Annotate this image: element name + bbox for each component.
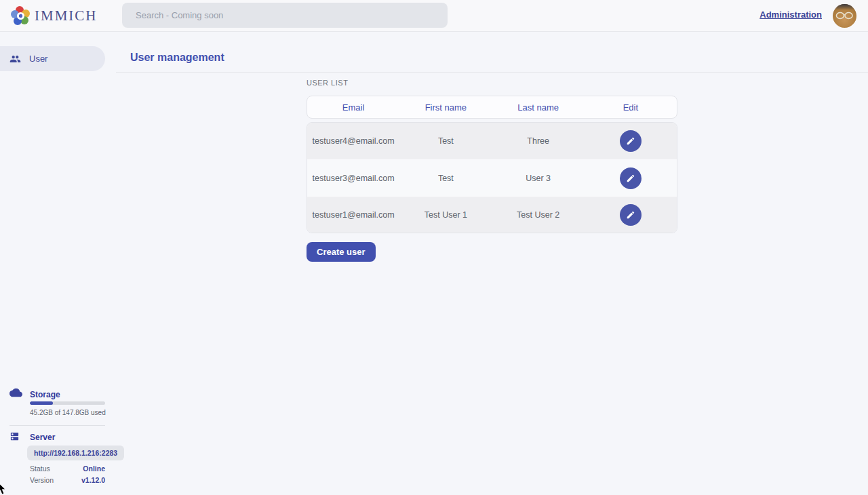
- pencil-icon: [626, 210, 635, 220]
- table-row: testuser3@email.com Test User 3: [307, 159, 677, 196]
- logo-text: IMMICH: [35, 7, 98, 24]
- search-input[interactable]: [122, 3, 448, 28]
- table-row: testuser1@email.com Test User 1 Test Use…: [307, 196, 677, 233]
- user-first-name-cell: Test User 1: [399, 210, 492, 220]
- user-last-name-cell: Test User 2: [492, 210, 585, 220]
- version-value: v1.12.0: [81, 476, 105, 484]
- user-list-section: USER LIST Email First name Last name Edi…: [307, 79, 677, 262]
- user-first-name-cell: Test: [399, 136, 492, 146]
- server-label: Server: [30, 433, 55, 442]
- server-status-row: Status Online: [30, 464, 105, 473]
- pencil-icon: [626, 136, 635, 146]
- user-avatar[interactable]: [833, 4, 856, 28]
- immich-logo[interactable]: IMMICH: [11, 6, 98, 26]
- server-icon: [9, 431, 20, 441]
- table-row: testuser4@email.com Test Three: [307, 123, 677, 159]
- column-header-edit: Edit: [585, 102, 677, 113]
- section-label: USER LIST: [307, 79, 677, 87]
- user-email-cell: testuser1@email.com: [307, 210, 399, 220]
- storage-progress-fill: [30, 401, 53, 405]
- pencil-icon: [626, 174, 635, 183]
- search-bar[interactable]: [122, 3, 448, 28]
- status-value: Online: [83, 464, 105, 473]
- sidebar-item-user[interactable]: User: [0, 46, 105, 71]
- page-title: User management: [130, 52, 224, 64]
- header-divider: [116, 72, 868, 73]
- column-header-email: Email: [307, 102, 399, 113]
- administration-link[interactable]: Administration: [760, 9, 822, 20]
- glasses-icon: [835, 11, 854, 20]
- avatar-photo-shading: [833, 4, 856, 10]
- server-version-row: Version v1.12.0: [30, 476, 105, 484]
- status-label: Status: [30, 464, 50, 473]
- storage-usage-text: 45.2GB of 147.8GB used: [30, 409, 106, 416]
- edit-user-button[interactable]: [620, 204, 642, 226]
- storage-label: Storage: [30, 390, 60, 399]
- cloud-icon: [9, 388, 22, 397]
- immich-flower-icon: [11, 6, 31, 26]
- mouse-cursor: [0, 482, 9, 495]
- user-table-body: testuser4@email.com Test Three testuser3…: [307, 122, 677, 233]
- edit-user-button[interactable]: [620, 130, 642, 152]
- column-header-last-name: Last name: [492, 102, 585, 113]
- user-last-name-cell: Three: [492, 136, 585, 146]
- immich-admin-app: IMMICH Administration User User manageme…: [0, 0, 868, 495]
- version-label: Version: [30, 476, 54, 484]
- edit-user-button[interactable]: [620, 167, 642, 189]
- top-nav-bar: IMMICH Administration: [0, 0, 868, 32]
- users-icon: [9, 54, 21, 64]
- user-table-header: Email First name Last name Edit: [307, 96, 677, 119]
- storage-progress-bar: [30, 401, 105, 405]
- sidebar-item-label: User: [29, 54, 47, 64]
- user-first-name-cell: Test: [399, 174, 492, 183]
- create-user-button[interactable]: Create user: [307, 242, 376, 262]
- user-email-cell: testuser4@email.com: [307, 136, 399, 146]
- column-header-first-name: First name: [399, 102, 492, 113]
- server-url-badge: http://192.168.1.216:2283: [27, 446, 124, 460]
- user-email-cell: testuser3@email.com: [307, 174, 399, 183]
- user-last-name-cell: User 3: [492, 174, 585, 183]
- panel-divider: [9, 425, 105, 426]
